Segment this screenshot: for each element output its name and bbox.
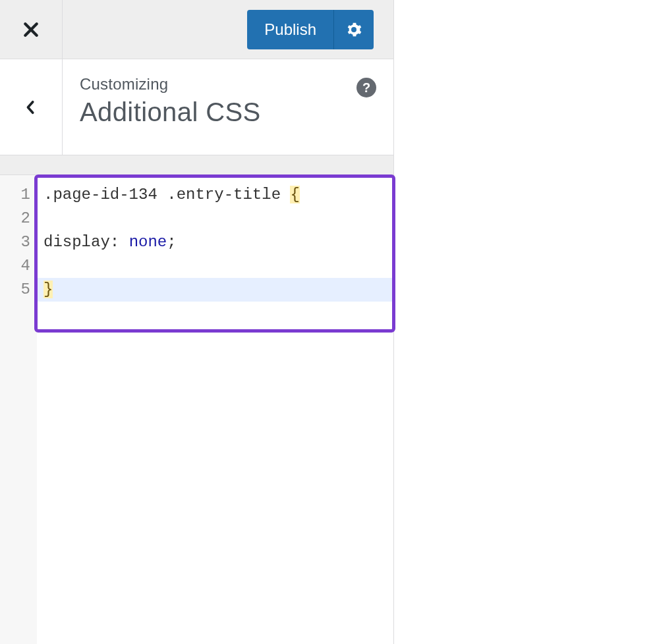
code-token-value: none	[129, 233, 167, 251]
toolbar: Publish	[0, 0, 393, 59]
code-token-brace: {	[290, 186, 299, 203]
code-line: .page-id-134 .entry-title {	[37, 183, 393, 207]
section-eyebrow: Customizing	[80, 75, 376, 94]
publish-settings-button[interactable]	[334, 10, 374, 49]
section-header: Customizing Additional CSS ?	[0, 59, 393, 155]
help-button[interactable]: ?	[356, 78, 376, 97]
chevron-left-icon	[24, 100, 38, 115]
gap-strip	[0, 155, 393, 175]
code-line	[37, 207, 393, 230]
publish-group: Publish	[247, 10, 374, 49]
customizer-pane: Publish Customizing Additional CSS ? 1 2	[0, 0, 394, 644]
code-token-punct: ;	[167, 233, 176, 251]
code-line-active: }	[37, 278, 393, 302]
code-line	[37, 254, 393, 278]
line-number: 2	[0, 207, 37, 230]
line-number: 4	[0, 254, 37, 278]
code-editor[interactable]: 1 2 3 4 5 .page-id-134 .entry-title { di…	[0, 175, 393, 644]
code-line: display: none;	[37, 230, 393, 254]
gear-icon	[346, 22, 362, 38]
line-number: 1	[0, 183, 37, 207]
code-content[interactable]: .page-id-134 .entry-title { display: non…	[37, 175, 393, 644]
line-number-gutter: 1 2 3 4 5	[0, 175, 37, 644]
code-token-property: display	[43, 233, 110, 251]
line-number: 3	[0, 230, 37, 254]
title-block: Customizing Additional CSS ?	[63, 59, 393, 155]
close-icon	[22, 21, 40, 38]
close-button[interactable]	[0, 0, 63, 59]
code-token-selector: .page-id-134 .entry-title	[43, 186, 290, 203]
code-token-punct: :	[110, 233, 129, 251]
line-number: 5	[0, 278, 37, 302]
back-button[interactable]	[0, 59, 63, 155]
section-title: Additional CSS	[80, 97, 376, 127]
publish-button[interactable]: Publish	[247, 10, 334, 49]
code-token-brace: }	[43, 281, 53, 298]
